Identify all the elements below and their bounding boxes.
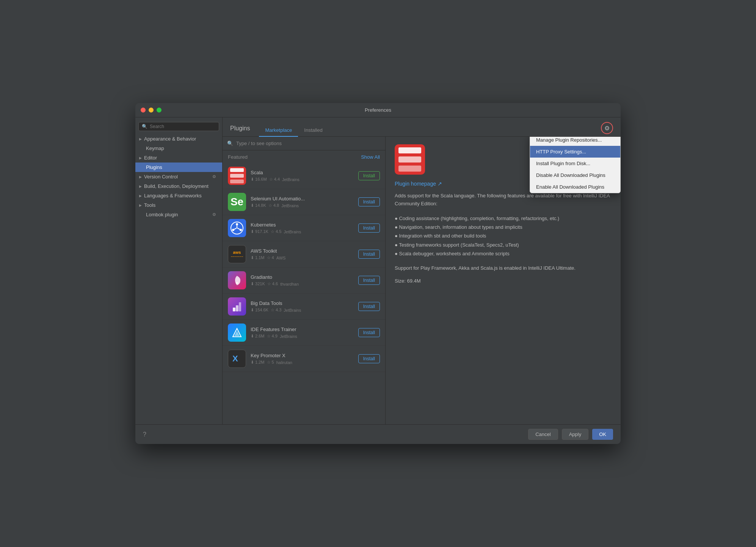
plugin-item-keypromoter[interactable]: X Key Promoter X ⬇ 1.2M ☆ 5 halirutan	[223, 346, 385, 372]
svg-rect-13	[239, 302, 241, 311]
sidebar-item-version-control[interactable]: ▶ Version Control ⚙	[135, 172, 222, 181]
arrow-icon: ▶	[139, 184, 142, 188]
selenium-rating: ☆ 4.8	[268, 203, 279, 208]
svg-line-9	[234, 228, 237, 230]
plugin-search-bar: 🔍 Type / to see options	[223, 137, 385, 150]
sidebar-item-label: Editor	[144, 155, 157, 161]
gradianto-meta: ⬇ 321K ☆ 4.6 thvardhan	[251, 281, 354, 286]
cancel-button[interactable]: Cancel	[528, 429, 558, 440]
show-all-link[interactable]: Show All	[361, 154, 380, 160]
feature-item-3: Integration with sbt and other build too…	[395, 231, 612, 240]
plugin-item-aws[interactable]: aws ~~~~~~~ AWS Toolkit ⬇ 1.1M ☆ 4 AWS	[223, 241, 385, 267]
svg-rect-19	[398, 166, 421, 172]
aws-info: AWS Toolkit ⬇ 1.1M ☆ 4 AWS	[251, 248, 354, 260]
keypromoter-install-button[interactable]: Install	[358, 354, 380, 363]
selenium-downloads: ⬇ 14.8K	[251, 203, 266, 208]
sidebar-item-build[interactable]: ▶ Build, Execution, Deployment	[135, 181, 222, 191]
close-button[interactable]	[141, 108, 146, 113]
gradianto-name: Gradianto	[251, 274, 354, 280]
scala-meta: ⬇ 16.6M ☆ 4.4 JetBrains	[251, 177, 354, 182]
help-button[interactable]: ?	[143, 431, 146, 438]
scala-rating: ☆ 4.4	[269, 177, 280, 182]
sidebar-item-label: Appearance & Behavior	[144, 136, 196, 142]
dropdown-item-enable-all[interactable]: Enable All Downloaded Plugins	[530, 181, 620, 193]
arrow-icon: ▶	[139, 203, 142, 207]
scala-install-button[interactable]: Install	[358, 171, 380, 180]
sidebar-item-label: Languages & Frameworks	[144, 193, 202, 198]
plugin-item-gradianto[interactable]: Gradianto ⬇ 321K ☆ 4.6 thvardhan Install	[223, 267, 385, 294]
dropdown-item-manage-repos[interactable]: Manage Plugin Repositories...	[530, 137, 620, 146]
ok-button[interactable]: OK	[592, 429, 613, 440]
gradianto-rating: ☆ 4.6	[267, 281, 278, 286]
plugin-item-scala[interactable]: Scala ⬇ 16.6M ☆ 4.4 JetBrains Install	[223, 163, 385, 189]
keypromoter-vendor: halirutan	[276, 360, 292, 365]
bigdata-install-button[interactable]: Install	[358, 302, 380, 311]
selenium-info: Selenium UI Automatio... ⬇ 14.8K ☆ 4.8 J…	[251, 196, 354, 208]
selenium-name: Selenium UI Automatio...	[251, 196, 354, 202]
aws-vendor: AWS	[276, 256, 286, 260]
tab-installed[interactable]: Installed	[298, 124, 328, 137]
idetrainer-install-button[interactable]: Install	[358, 328, 380, 337]
scala-info: Scala ⬇ 16.6M ☆ 4.4 JetBrains	[251, 170, 354, 182]
idetrainer-info: IDE Features Trainer ⬇ 2.6M ☆ 4.9 JetBra…	[251, 327, 354, 339]
aws-install-button[interactable]: Install	[358, 250, 380, 259]
gradianto-downloads: ⬇ 321K	[251, 281, 265, 286]
keypromoter-rating: ☆ 5	[267, 360, 274, 365]
main-panel: Plugins Marketplace Installed ⚙ 🔍 Type /…	[223, 117, 621, 424]
sidebar-item-tools[interactable]: ▶ Tools	[135, 200, 222, 210]
svg-rect-0	[230, 168, 244, 172]
idetrainer-icon	[228, 324, 246, 342]
tab-bar: Marketplace Installed	[259, 124, 598, 136]
svg-rect-1	[230, 174, 244, 178]
gradianto-vendor: thvardhan	[280, 282, 299, 286]
sidebar-search-input[interactable]	[150, 124, 216, 129]
sidebar-item-plugins[interactable]: Plugins	[135, 163, 222, 172]
svg-line-8	[237, 228, 240, 230]
svg-point-6	[232, 229, 234, 231]
kubernetes-info: Kubernetes ⬇ 917.1K ☆ 4.5 JetBrains	[251, 222, 354, 234]
tab-marketplace[interactable]: Marketplace	[259, 124, 298, 137]
plugin-item-bigdata[interactable]: Big Data Tools ⬇ 154.6K ☆ 4.3 JetBrains …	[223, 294, 385, 320]
svg-rect-2	[230, 180, 244, 183]
gear-button[interactable]: ⚙	[601, 122, 613, 134]
sidebar-item-label: Tools	[144, 202, 155, 208]
sidebar-item-label: Build, Execution, Deployment	[144, 183, 209, 189]
homepage-label: Plugin homepage ↗	[395, 181, 442, 187]
selenium-meta: ⬇ 14.8K ☆ 4.8 JetBrains	[251, 203, 354, 208]
apply-button[interactable]: Apply	[562, 429, 589, 440]
gradianto-install-button[interactable]: Install	[358, 276, 380, 285]
footer: ? Cancel Apply OK	[135, 424, 621, 444]
dropdown-item-disable-all[interactable]: Disable All Downloaded Plugins	[530, 169, 620, 181]
traffic-lights	[141, 108, 162, 113]
sidebar-item-languages[interactable]: ▶ Languages & Frameworks	[135, 191, 222, 200]
plugin-list-panel: 🔍 Type / to see options Featured Show Al…	[223, 137, 386, 424]
scala-downloads: ⬇ 16.6M	[251, 177, 267, 182]
sidebar-item-lombok[interactable]: Lombok plugin ⚙	[135, 210, 222, 219]
gear-dropdown-menu: Manage Plugin Repositories... HTTP Proxy…	[530, 137, 621, 193]
version-control-badge: ⚙	[212, 174, 216, 179]
plugin-item-selenium[interactable]: Se Selenium UI Automatio... ⬇ 14.8K ☆ 4.…	[223, 189, 385, 215]
scala-name: Scala	[251, 170, 354, 175]
kubernetes-rating: ☆ 4.5	[271, 229, 281, 234]
plugin-item-kubernetes[interactable]: Kubernetes ⬇ 917.1K ☆ 4.5 JetBrains Inst…	[223, 215, 385, 241]
sidebar-item-appearance[interactable]: ▶ Appearance & Behavior	[135, 134, 222, 144]
sidebar-item-keymap[interactable]: Keymap	[135, 144, 222, 153]
feature-item-1: Coding assistance (highlighting, complet…	[395, 214, 612, 223]
selenium-install-button[interactable]: Install	[358, 197, 380, 206]
plugin-search-icon: 🔍	[227, 141, 233, 146]
svg-rect-11	[233, 308, 235, 311]
minimize-button[interactable]	[149, 108, 154, 113]
bigdata-info: Big Data Tools ⬇ 154.6K ☆ 4.3 JetBrains	[251, 300, 354, 313]
gradianto-icon	[228, 271, 246, 289]
kubernetes-install-button[interactable]: Install	[358, 223, 380, 233]
dropdown-item-http-proxy[interactable]: HTTP Proxy Settings...	[530, 146, 620, 158]
dropdown-item-install-from-disk[interactable]: Install Plugin from Disk...	[530, 158, 620, 169]
svg-rect-17	[398, 147, 421, 153]
maximize-button[interactable]	[157, 108, 162, 113]
kubernetes-downloads: ⬇ 917.1K	[251, 229, 268, 234]
gear-icon: ⚙	[604, 125, 610, 132]
sidebar-search-container[interactable]: 🔍	[138, 122, 219, 131]
plugin-item-idetrainer[interactable]: IDE Features Trainer ⬇ 2.6M ☆ 4.9 JetBra…	[223, 320, 385, 346]
arrow-icon: ▶	[139, 156, 142, 160]
sidebar-item-editor[interactable]: ▶ Editor	[135, 153, 222, 163]
